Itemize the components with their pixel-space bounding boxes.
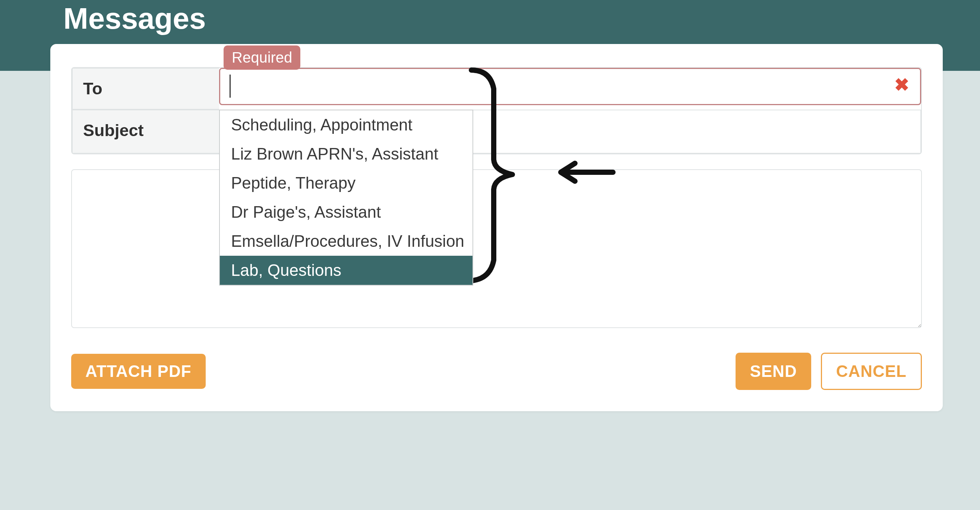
button-row: ATTACH PDF SEND CANCEL bbox=[71, 353, 922, 390]
required-badge: Required bbox=[224, 46, 300, 70]
form-table: To Required ✖ Scheduling, AppointmentLiz… bbox=[71, 67, 922, 155]
dropdown-item[interactable]: Dr Paige's, Assistant bbox=[220, 198, 473, 227]
to-label: To bbox=[72, 68, 219, 110]
right-buttons: SEND CANCEL bbox=[735, 353, 922, 390]
message-body[interactable] bbox=[71, 169, 922, 328]
subject-row: Subject bbox=[72, 110, 921, 154]
attach-pdf-button[interactable]: ATTACH PDF bbox=[71, 354, 206, 389]
recipient-dropdown[interactable]: Scheduling, AppointmentLiz Brown APRN's,… bbox=[219, 110, 473, 285]
to-input-cell: Required ✖ Scheduling, AppointmentLiz Br… bbox=[219, 68, 921, 110]
page-title: Messages bbox=[64, 0, 980, 33]
dropdown-item[interactable]: Peptide, Therapy bbox=[220, 169, 473, 198]
dropdown-item[interactable]: Scheduling, Appointment bbox=[220, 110, 473, 139]
to-input[interactable] bbox=[219, 68, 921, 105]
dropdown-item[interactable]: Lab, Questions bbox=[220, 256, 473, 285]
subject-label: Subject bbox=[72, 110, 219, 154]
clear-icon[interactable]: ✖ bbox=[894, 76, 909, 94]
to-row: To Required ✖ Scheduling, AppointmentLiz… bbox=[72, 68, 921, 110]
text-caret bbox=[229, 75, 231, 98]
dropdown-item[interactable]: Emsella/Procedures, IV Infusion bbox=[220, 227, 473, 256]
send-button[interactable]: SEND bbox=[735, 353, 811, 390]
dropdown-item[interactable]: Liz Brown APRN's, Assistant bbox=[220, 139, 473, 169]
cancel-button[interactable]: CANCEL bbox=[821, 353, 922, 390]
compose-card: To Required ✖ Scheduling, AppointmentLiz… bbox=[50, 44, 943, 411]
